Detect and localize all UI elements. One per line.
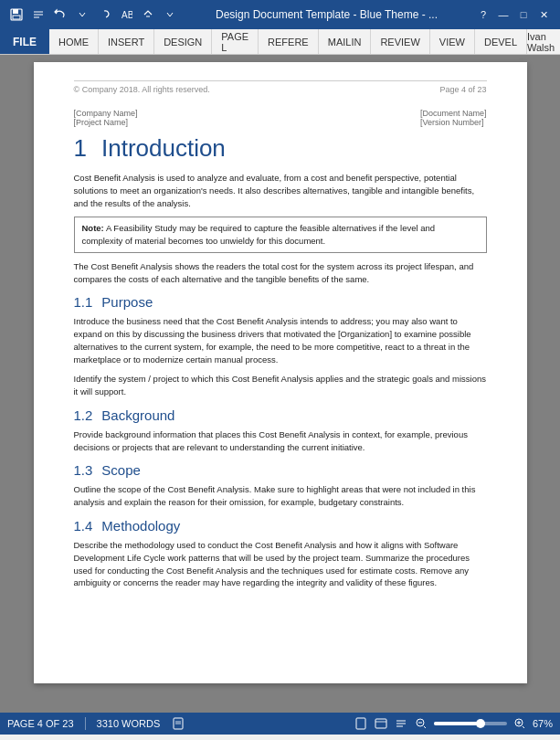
- file-tab[interactable]: FILE: [0, 29, 49, 54]
- section-14-title: Methodology: [101, 518, 180, 534]
- zoom-in-icon[interactable]: [512, 716, 527, 731]
- document-page: © Company 2018. All rights reserved. Pag…: [34, 62, 527, 683]
- quick-access-icon[interactable]: [29, 5, 48, 24]
- section-14-number: 1.4: [74, 518, 93, 534]
- tab-view[interactable]: VIEW: [430, 29, 475, 54]
- web-layout-icon[interactable]: [374, 716, 388, 731]
- window-controls: ? — □ ✕: [474, 5, 553, 24]
- doc-name: [Document Name]: [420, 109, 487, 118]
- svg-rect-7: [356, 718, 365, 729]
- zoom-track[interactable]: [434, 722, 507, 725]
- svg-line-19: [523, 726, 524, 728]
- save-icon[interactable]: [7, 5, 26, 24]
- svg-rect-8: [375, 719, 386, 728]
- page-info: PAGE 4 OF 23: [7, 718, 74, 729]
- zoom-level: 67%: [533, 718, 553, 729]
- maximize-button[interactable]: □: [514, 5, 533, 24]
- title-bar: ABC Design Document Template - Blue Them…: [0, 0, 560, 29]
- svg-rect-1: [13, 9, 18, 14]
- close-button[interactable]: ✕: [534, 5, 553, 24]
- s14-para-1: Describe the methodology used to conduct…: [74, 539, 487, 589]
- word-count: 3310 WORDS: [97, 718, 161, 729]
- section-12-number: 1.2: [74, 407, 93, 423]
- s11-para-1: Introduce the business need that the Cos…: [74, 315, 487, 365]
- status-icons: [171, 716, 185, 731]
- s12-para-1: Provide background information that plac…: [74, 428, 487, 454]
- zoom-thumb: [476, 719, 485, 728]
- tab-mailings[interactable]: MAILIN: [319, 29, 372, 54]
- company-right: [Document Name] [Version Number]: [420, 109, 487, 127]
- doc-stats-icon[interactable]: [171, 716, 185, 731]
- status-divider-1: [85, 717, 86, 730]
- intro-para-2: The Cost Benefit Analysis shows the read…: [74, 260, 487, 286]
- note-box: Note: A Feasibility Study may be require…: [74, 217, 487, 253]
- version-number: [Version Number]: [420, 118, 487, 127]
- section-14-heading: 1.4Methodology: [74, 518, 487, 534]
- section-13-heading: 1.3Scope: [74, 462, 487, 478]
- note-label: Note:: [82, 223, 106, 233]
- company-name: [Company Name]: [74, 109, 138, 118]
- format-icon[interactable]: [139, 5, 157, 24]
- status-bar: PAGE 4 OF 23 3310 WORDS: [0, 713, 560, 735]
- section-12-title: Background: [101, 407, 174, 423]
- copyright-text: © Company 2018. All rights reserved.: [74, 85, 210, 94]
- question-button[interactable]: ?: [474, 5, 492, 24]
- company-block: [Company Name] [Project Name] [Document …: [74, 109, 487, 127]
- quick-access-dropdown[interactable]: [161, 5, 179, 24]
- section-13-title: Scope: [101, 462, 141, 478]
- undo-icon[interactable]: [51, 5, 69, 24]
- ribbon-tabs-row: FILE HOME INSERT DESIGN PAGE L REFERE MA…: [0, 29, 560, 55]
- page-number: Page 4 of 23: [439, 85, 486, 94]
- tab-insert[interactable]: INSERT: [99, 29, 154, 54]
- section-1-title: Introduction: [101, 134, 226, 162]
- section-12-heading: 1.2Background: [74, 407, 487, 423]
- minimize-button[interactable]: —: [494, 5, 512, 24]
- company-left: [Company Name] [Project Name]: [74, 109, 138, 127]
- s11-para-2: Identify the system / project to which t…: [74, 373, 487, 398]
- zoom-fill: [434, 722, 478, 725]
- toolbar-icons: ABC: [7, 5, 179, 24]
- intro-para-1: Cost Benefit Analysis is used to analyze…: [74, 172, 487, 209]
- tab-references[interactable]: REFERE: [259, 29, 319, 54]
- user-area: Ivan Walsh K: [527, 29, 560, 54]
- window-title: Design Document Template - Blue Theme - …: [185, 8, 469, 21]
- project-name: [Project Name]: [74, 118, 138, 127]
- s13-para-1: Outline the scope of the Cost Benefit An…: [74, 483, 487, 509]
- tab-home[interactable]: HOME: [49, 29, 99, 54]
- section-1-number: 1: [74, 134, 87, 162]
- spell-check-icon[interactable]: ABC: [117, 5, 135, 24]
- section-11-title: Purpose: [101, 294, 153, 310]
- svg-rect-2: [13, 16, 20, 19]
- tab-review[interactable]: REVIEW: [371, 29, 429, 54]
- redo-icon[interactable]: [95, 5, 113, 24]
- tab-page-layout[interactable]: PAGE L: [212, 29, 259, 54]
- user-name: Ivan Walsh: [527, 31, 560, 53]
- section-11-heading: 1.1Purpose: [74, 294, 487, 310]
- section-1-heading: 1Introduction: [74, 134, 487, 163]
- page-header: © Company 2018. All rights reserved. Pag…: [74, 80, 487, 94]
- outline-view-icon[interactable]: [394, 716, 408, 731]
- svg-line-15: [424, 726, 426, 728]
- note-text: A Feasibility Study may be required to c…: [82, 223, 436, 246]
- tab-design[interactable]: DESIGN: [154, 29, 212, 54]
- svg-text:ABC: ABC: [122, 10, 132, 20]
- undo-dropdown-icon[interactable]: [73, 5, 91, 24]
- section-13-number: 1.3: [74, 462, 93, 478]
- section-11-number: 1.1: [74, 294, 93, 310]
- zoom-out-icon[interactable]: [414, 716, 428, 731]
- status-right: 67%: [354, 716, 553, 731]
- zoom-slider[interactable]: [434, 722, 507, 725]
- tab-developer[interactable]: DEVEL: [475, 29, 527, 54]
- print-layout-icon[interactable]: [354, 716, 368, 731]
- document-area: © Company 2018. All rights reserved. Pag…: [0, 55, 560, 713]
